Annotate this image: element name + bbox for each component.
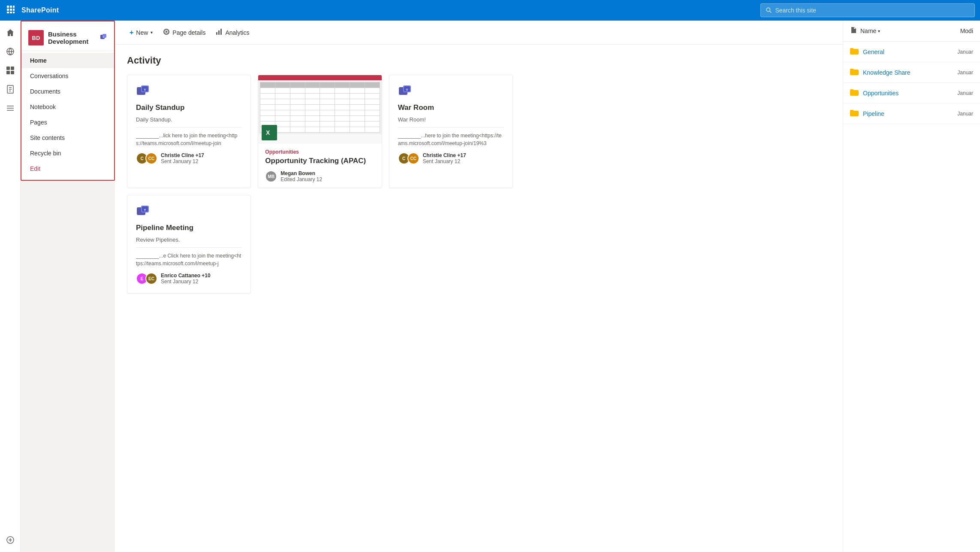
- card-footer-pipeline-meeting: E EC Enrico Cattaneo +10 Sent January 12: [136, 273, 242, 285]
- card-pipeline-meeting[interactable]: T Pipeline Meeting Review Pipelines. ___…: [127, 195, 251, 294]
- card-desc-war-room: War Room!: [398, 116, 504, 123]
- file-date-knowledge-share: Januar: [957, 70, 973, 76]
- svg-line-10: [770, 11, 772, 13]
- card-tag-opportunities: Opportunities: [265, 149, 374, 155]
- file-row-knowledge-share[interactable]: Knowledge Share Januar: [843, 62, 980, 83]
- svg-text:T: T: [103, 36, 104, 39]
- svg-rect-6: [7, 12, 9, 13]
- card-link-war-room: ________...here to join the meeting<http…: [398, 132, 504, 147]
- sort-chevron-icon: ▾: [878, 29, 880, 33]
- right-panel-files: Name ▾ Modi General Januar Knowledge Sha…: [843, 21, 980, 552]
- sidebar-item-documents[interactable]: Documents: [21, 84, 114, 99]
- site-name: Business Development: [48, 30, 95, 45]
- svg-rect-7: [10, 12, 12, 13]
- rail-grid-icon[interactable]: [2, 62, 19, 79]
- site-logo: BD: [28, 30, 44, 45]
- card-title-pipeline-meeting: Pipeline Meeting: [136, 224, 242, 232]
- avatar-cc: CC: [145, 152, 157, 164]
- search-bar[interactable]: [760, 3, 975, 17]
- card-meta-war-room: Christie Cline +17 Sent January 12: [423, 152, 466, 164]
- svg-rect-31: [220, 29, 222, 35]
- file-date-general: Januar: [957, 49, 973, 55]
- sidebar-item-notebook[interactable]: Notebook: [21, 99, 114, 115]
- page-content: Activity T Daily Standup Daily: [115, 45, 843, 304]
- topbar: SharePoint: [0, 0, 980, 21]
- card-war-room[interactable]: T War Room War Room! ________...here to …: [389, 75, 513, 188]
- sidebar-item-home[interactable]: Home: [21, 53, 114, 68]
- svg-rect-1: [10, 6, 12, 8]
- card-daily-standup[interactable]: T Daily Standup Daily Standup. ________.…: [127, 75, 251, 188]
- activity-title: Activity: [127, 55, 831, 66]
- plus-icon: +: [130, 29, 133, 36]
- sidebar-item-recycle-bin[interactable]: Recycle bin: [21, 146, 114, 161]
- card-link-pipeline-meeting: ________...e Click here to join the meet…: [136, 252, 242, 267]
- files-col-modified: Modi: [960, 27, 973, 34]
- avatar-group: C CC: [136, 152, 157, 164]
- sidebar-item-pages[interactable]: Pages: [21, 115, 114, 130]
- file-row-pipeline[interactable]: Pipeline Januar: [843, 103, 980, 124]
- card-meta-daily-standup: Christie Cline +17 Sent January 12: [161, 152, 204, 164]
- chevron-down-icon: ▾: [151, 30, 153, 35]
- excel-icon: X: [262, 125, 277, 140]
- file-name-knowledge-share: Knowledge Share: [863, 69, 911, 76]
- card-link-daily-standup: ________...lick here to join the meeting…: [136, 132, 242, 147]
- rail-list-icon[interactable]: [2, 100, 19, 117]
- svg-rect-14: [6, 71, 10, 74]
- card-divider-war-room: [398, 127, 504, 127]
- card-meta-opportunity: Megan Bowen Edited January 12: [280, 170, 322, 182]
- files-col-name[interactable]: Name ▾: [860, 27, 880, 34]
- svg-text:X: X: [266, 129, 270, 136]
- avatar-ec-pipeline: EC: [145, 273, 157, 285]
- analytics-icon: [216, 28, 223, 36]
- svg-text:T: T: [406, 88, 408, 92]
- card-title-opportunity-tracking: Opportunity Tracking (APAC): [265, 157, 374, 165]
- svg-rect-30: [218, 30, 220, 35]
- file-row-opportunities[interactable]: Opportunities Januar: [843, 83, 980, 103]
- new-button[interactable]: + New ▾: [125, 26, 157, 39]
- excel-card-body: Opportunities Opportunity Tracking (APAC…: [258, 144, 381, 188]
- card-divider-pipeline-meeting: [136, 247, 242, 248]
- folder-icon-general: [850, 47, 859, 57]
- avatar-cc-warroom: CC: [407, 152, 419, 164]
- file-row-general[interactable]: General Januar: [843, 42, 980, 62]
- page-details-label: Page details: [172, 29, 205, 36]
- folder-icon-knowledge-share: [850, 67, 859, 77]
- rail-home-icon[interactable]: [2, 24, 19, 41]
- main-layout: BD Business Development T Home Conversat…: [21, 21, 980, 552]
- svg-rect-13: [11, 67, 14, 70]
- waffle-icon[interactable]: [5, 4, 16, 17]
- teams-icon-war-room: T: [398, 84, 504, 99]
- svg-point-42: [400, 91, 403, 94]
- file-name-opportunities: Opportunities: [863, 90, 899, 97]
- analytics-label: Analytics: [225, 29, 249, 36]
- new-label: New: [136, 29, 148, 36]
- page-details-button[interactable]: Page details: [159, 26, 210, 39]
- avatar-group-pipeline: E EC: [136, 273, 157, 285]
- card-footer-war-room: C CC Christie Cline +17 Sent January 12: [398, 152, 504, 164]
- cards-grid: T Daily Standup Daily Standup. ________.…: [127, 75, 513, 294]
- rail-add-icon[interactable]: [2, 531, 19, 549]
- sidebar-item-site-contents[interactable]: Site contents: [21, 130, 114, 146]
- card-title-war-room: War Room: [398, 103, 504, 112]
- avatar-mb: MB: [265, 170, 277, 182]
- sidebar-item-conversations[interactable]: Conversations: [21, 68, 114, 84]
- search-input[interactable]: [775, 7, 969, 14]
- toolbar: + New ▾ Page details: [115, 21, 843, 45]
- app-logo: SharePoint: [21, 6, 59, 14]
- svg-rect-3: [7, 9, 9, 11]
- excel-preview: X: [258, 75, 381, 144]
- svg-rect-29: [216, 32, 217, 35]
- svg-rect-0: [7, 6, 9, 8]
- rail-doc-icon[interactable]: [2, 81, 19, 98]
- analytics-button[interactable]: Analytics: [211, 26, 253, 39]
- teams-site-icon[interactable]: T: [100, 33, 107, 42]
- card-opportunity-tracking[interactable]: X Opportunities Opportunity Tracking (AP…: [258, 75, 382, 188]
- rail-globe-icon[interactable]: [2, 43, 19, 60]
- card-desc-daily-standup: Daily Standup.: [136, 116, 242, 123]
- svg-rect-15: [11, 71, 14, 74]
- left-rail: [0, 21, 21, 552]
- file-date-opportunities: Januar: [957, 90, 973, 96]
- file-name-pipeline: Pipeline: [863, 110, 884, 117]
- sidebar-item-edit[interactable]: Edit: [21, 161, 114, 176]
- folder-icon-opportunities: [850, 88, 859, 98]
